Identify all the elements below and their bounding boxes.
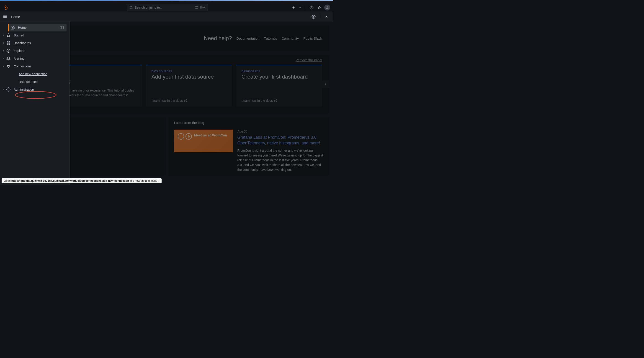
chevron-down-icon — [2, 65, 5, 68]
topbar-right — [290, 4, 330, 11]
chevron-right-icon — [2, 34, 5, 37]
help-button[interactable] — [308, 4, 315, 11]
nav-connections-label: Connections — [14, 64, 66, 68]
keyboard-icon — [195, 6, 198, 9]
settings-button[interactable] — [310, 13, 317, 20]
remove-panel-link[interactable]: Remove this panel — [296, 58, 322, 62]
dashboards-title: Create your first dashboard — [242, 73, 316, 80]
dashboards-docs-link[interactable]: Learn how in the docs — [242, 99, 316, 102]
mic-circle-icon — [186, 133, 192, 140]
search-placeholder: Search or jump to... — [135, 6, 195, 9]
star-icon — [6, 33, 10, 37]
sub-header: Home — [0, 12, 333, 21]
side-navigation: Home Starred Dashboards Explore Alerting… — [0, 21, 70, 185]
grafana-circle-icon — [178, 133, 184, 140]
nav-starred-label: Starred — [14, 33, 66, 37]
plug-icon — [6, 64, 10, 68]
nav-data-sources[interactable]: Data sources — [0, 78, 69, 86]
bell-icon — [6, 56, 10, 60]
add-dropdown-chevron[interactable] — [298, 4, 302, 11]
datasource-docs-link[interactable]: Learn how in the docs — [152, 99, 226, 102]
home-icon — [11, 25, 15, 30]
menu-toggle-button[interactable] — [3, 14, 8, 19]
breadcrumb[interactable]: Home — [11, 15, 20, 19]
community-link[interactable]: Community — [282, 36, 299, 40]
public-slack-link[interactable]: Public Slack — [303, 36, 322, 40]
external-link-icon — [274, 99, 277, 102]
compass-icon — [6, 49, 10, 53]
svg-point-23 — [8, 89, 9, 90]
gear-icon — [6, 87, 10, 91]
status-bar-tooltip: Open https://grafana.quickwit-9831n7.qui… — [2, 178, 162, 183]
nav-home[interactable]: Home — [8, 24, 66, 31]
svg-point-1 — [130, 6, 132, 8]
chevron-right-icon — [2, 49, 5, 52]
search-icon — [129, 6, 133, 9]
blog-excerpt: PromCon is right around the corner and w… — [238, 148, 324, 172]
nav-alerting-label: Alerting — [14, 57, 66, 60]
svg-point-8 — [326, 6, 328, 7]
svg-marker-22 — [8, 50, 9, 51]
nav-dashboards[interactable]: Dashboards — [0, 39, 69, 47]
collapse-button[interactable] — [323, 13, 330, 20]
topbar: Search or jump to... ⌘+k — [0, 3, 333, 12]
grafana-logo[interactable] — [3, 4, 9, 11]
nav-administration-label: Administration — [14, 88, 66, 91]
documentation-link[interactable]: Documentation — [236, 36, 260, 40]
nav-alerting[interactable]: Alerting — [0, 55, 69, 62]
svg-rect-17 — [7, 41, 8, 42]
svg-point-12 — [313, 16, 314, 17]
dock-icon[interactable] — [60, 25, 64, 30]
nav-administration[interactable]: Administration — [0, 86, 69, 93]
next-step-button[interactable] — [322, 80, 329, 88]
need-help-label: Need help? — [204, 35, 232, 41]
svg-line-2 — [132, 8, 132, 9]
divider — [305, 5, 305, 10]
chevron-right-icon — [2, 88, 5, 91]
loading-bar — [0, 0, 333, 1]
datasource-card[interactable]: DATA SOURCES Add your first data source … — [146, 65, 232, 107]
nav-dashboards-label: Dashboards — [14, 41, 66, 45]
nav-add-new-connection[interactable]: Add new connection — [0, 70, 69, 78]
keyboard-shortcut-hint: ⌘+k — [195, 6, 205, 9]
dashboards-card[interactable]: DASHBOARDS Create your first dashboard L… — [236, 65, 322, 107]
svg-rect-20 — [9, 43, 10, 45]
nav-starred[interactable]: Starred — [0, 31, 69, 39]
add-button[interactable] — [290, 4, 297, 11]
svg-rect-14 — [60, 26, 63, 29]
nav-explore-label: Explore — [14, 49, 66, 53]
chevron-right-icon — [2, 41, 5, 45]
external-link-icon — [184, 99, 187, 102]
help-links: Documentation Tutorials Community Public… — [236, 36, 322, 40]
dashboards-eyebrow: DASHBOARDS — [242, 70, 316, 73]
news-button[interactable] — [316, 4, 323, 11]
help-section: Need help? Documentation Tutorials Commu… — [204, 35, 322, 41]
nav-explore[interactable]: Explore — [0, 47, 69, 55]
blog-panel: Latest from the blog Meet us at PromCon … — [169, 117, 329, 175]
svg-marker-16 — [7, 34, 10, 37]
blog-date: Aug 30 — [238, 130, 324, 133]
nav-home-label: Home — [18, 26, 60, 29]
chevron-right-icon — [2, 57, 5, 60]
blog-headline-link[interactable]: Grafana Labs at PromCon: Prometheus 3.0,… — [238, 135, 324, 146]
user-avatar[interactable] — [324, 4, 330, 10]
datasource-title: Add your first data source — [152, 73, 226, 80]
svg-rect-13 — [188, 135, 189, 137]
svg-rect-18 — [9, 41, 10, 42]
blog-thumbnail[interactable]: Meet us at PromCon — [174, 130, 233, 152]
search-input[interactable]: Search or jump to... ⌘+k — [127, 4, 208, 11]
blog-section-title: Latest from the blog — [174, 121, 324, 125]
thumb-icons — [178, 133, 192, 140]
apps-icon — [6, 41, 10, 45]
svg-rect-19 — [7, 43, 8, 45]
svg-point-21 — [7, 49, 10, 53]
svg-point-7 — [318, 8, 319, 9]
divider — [320, 13, 320, 19]
svg-point-0 — [5, 7, 6, 8]
nav-connections[interactable]: Connections — [0, 62, 69, 70]
tutorials-link[interactable]: Tutorials — [264, 36, 277, 40]
datasource-eyebrow: DATA SOURCES — [152, 70, 226, 73]
